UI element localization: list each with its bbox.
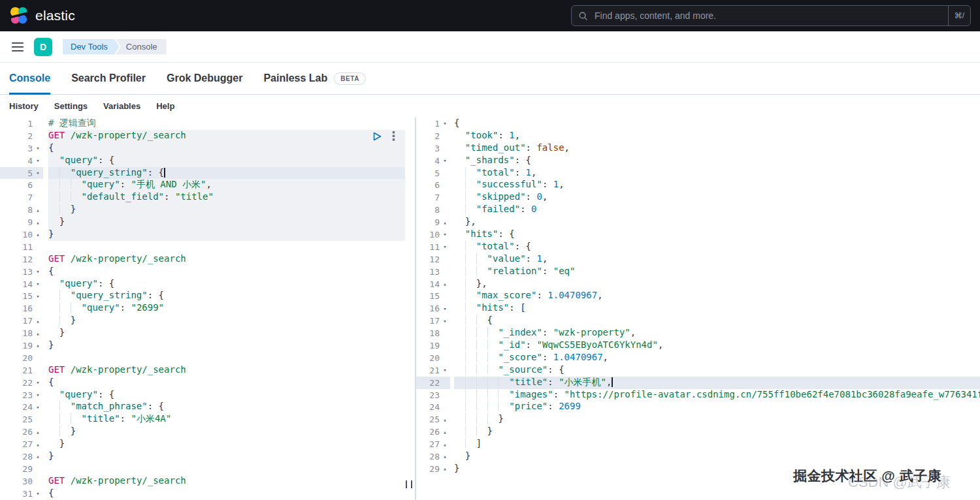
code-line[interactable]: GET /wzk-property/_search [48,364,405,377]
fold-toggle-icon[interactable]: ▾ [33,293,43,300]
fold-toggle-icon[interactable]: ▴ [440,465,450,472]
code-line[interactable]: } [48,327,405,339]
code-line[interactable]: "successful": 1, [454,179,980,191]
fold-toggle-icon[interactable]: ▾ [33,145,43,151]
code-line[interactable]: "skipped": 0, [454,191,980,204]
tab-grok-debugger[interactable]: Grok Debugger [167,63,242,94]
code-line[interactable]: { [48,488,405,500]
code-line[interactable]: GET /wzk-property/_search [48,130,405,142]
fold-toggle-icon[interactable]: ▾ [440,318,450,324]
tab-console[interactable]: Console [9,63,50,94]
code-line[interactable]: } [48,426,405,438]
response-code[interactable]: { "took": 1, "timed_out": false, "_shard… [450,117,980,500]
fold-toggle-icon[interactable]: ▾ [33,490,43,497]
fold-toggle-icon[interactable]: ▾ [440,120,450,127]
menu-variables[interactable]: Variables [103,101,140,111]
fold-toggle-icon[interactable]: ▴ [440,281,450,287]
code-line[interactable]: "total": 1, [454,167,980,180]
code-line[interactable]: "_index": "wzk-property", [454,327,980,339]
code-line[interactable]: "_id": "WqwCS5EByoATC6YkYn4d", [454,339,980,352]
code-line[interactable]: "total": { [454,241,980,253]
code-line[interactable]: "hits": { [454,228,980,241]
code-line[interactable] [48,463,405,475]
fold-toggle-icon[interactable]: ▾ [440,243,450,250]
code-line[interactable]: "took": 1, [454,130,980,142]
code-line[interactable]: { [48,142,405,155]
code-line[interactable]: { [48,377,405,389]
fold-toggle-icon[interactable]: ▴ [33,429,43,435]
code-line[interactable]: { [454,315,980,327]
fold-toggle-icon[interactable]: ▴ [33,342,43,349]
code-line[interactable]: "_source": { [454,364,980,377]
fold-toggle-icon[interactable]: ▴ [33,330,43,337]
fold-toggle-icon[interactable]: ▾ [440,231,450,238]
global-search[interactable]: ⌘/ [571,5,971,26]
code-line[interactable]: "title": "小米手机", [454,377,980,389]
fold-toggle-icon[interactable]: ▾ [33,268,43,275]
code-line[interactable]: "value": 1, [454,253,980,266]
menu-history[interactable]: History [9,101,39,111]
menu-hamburger-icon[interactable] [12,42,24,52]
menu-help[interactable]: Help [156,101,174,111]
fold-toggle-icon[interactable]: ▴ [33,318,43,324]
split-drag-handle-icon[interactable] [406,480,412,488]
code-line[interactable]: }, [454,278,980,290]
code-line[interactable]: } [454,463,980,475]
tab-search-profiler[interactable]: Search Profiler [71,63,146,94]
code-line[interactable]: GET /wzk-property/_search [48,253,405,266]
code-line[interactable]: "title": "小米4A" [48,413,405,426]
code-line[interactable]: } [48,438,405,450]
code-line[interactable]: "max_score": 1.0470967, [454,290,980,302]
fold-toggle-icon[interactable]: ▾ [440,305,450,312]
fold-toggle-icon[interactable]: ▴ [33,453,43,460]
fold-toggle-icon[interactable]: ▾ [33,379,43,386]
fold-toggle-icon[interactable]: ▾ [440,367,450,373]
code-line[interactable]: "query": "手机 AND 小米", [48,179,405,191]
code-line[interactable]: } [48,339,405,352]
code-line[interactable]: } [48,228,405,241]
code-line[interactable]: "query": "2699" [48,302,405,315]
brand-title[interactable]: elastic [35,8,75,23]
code-line[interactable]: "query": { [48,278,405,290]
code-line[interactable]: { [454,117,980,130]
elastic-logo-icon[interactable] [9,6,29,25]
menu-settings[interactable]: Settings [54,101,88,111]
fold-toggle-icon[interactable]: ▴ [440,429,450,435]
space-badge[interactable]: D [34,38,52,56]
code-line[interactable]: "price": 2699 [454,401,980,413]
code-line[interactable]: "failed": 0 [454,204,980,216]
fold-toggle-icon[interactable]: ▾ [33,404,43,411]
code-line[interactable]: } [48,204,405,216]
request-editor[interactable]: 123▾4▾5▾678▴9▴10▴111213▾14▾15▾1617▴18▴19… [0,117,416,500]
fold-toggle-icon[interactable]: ▴ [440,441,450,448]
request-code[interactable]: # 逻辑查询GET /wzk-property/_search{ "query"… [43,117,405,500]
code-line[interactable]: "query": { [48,155,405,167]
code-line[interactable]: } [48,450,405,463]
fold-toggle-icon[interactable]: ▴ [33,231,43,238]
fold-toggle-icon[interactable]: ▴ [440,453,450,460]
code-line[interactable]: ] [454,438,980,450]
code-line[interactable]: "default_field": "title" [48,191,405,204]
search-input[interactable] [593,10,943,22]
code-line[interactable]: # 逻辑查询 [48,117,405,130]
code-line[interactable] [48,241,405,253]
fold-toggle-icon[interactable]: ▴ [33,207,43,213]
code-line[interactable]: "images": "https://profile-avatar.csdnim… [454,389,980,401]
code-line[interactable]: "timed_out": false, [454,142,980,155]
fold-toggle-icon[interactable]: ▾ [33,281,43,287]
code-line[interactable]: "_shards": { [454,155,980,167]
send-request-button[interactable] [373,132,382,141]
fold-toggle-icon[interactable]: ▴ [440,219,450,226]
code-line[interactable]: "_score": 1.0470967, [454,352,980,364]
fold-toggle-icon[interactable]: ▴ [33,219,43,226]
breadcrumb-dev-tools[interactable]: Dev Tools [63,39,120,55]
fold-toggle-icon[interactable]: ▴ [33,441,43,448]
code-line[interactable]: } [48,315,405,327]
code-line[interactable]: "match_phrase": { [48,401,405,413]
tab-painless-lab[interactable]: Painless Lab BETA [263,63,366,94]
code-line[interactable] [48,352,405,364]
code-line[interactable]: { [48,266,405,278]
fold-toggle-icon[interactable]: ▾ [33,392,43,398]
code-line[interactable]: "relation": "eq" [454,266,980,278]
request-options-icon[interactable] [392,131,395,141]
